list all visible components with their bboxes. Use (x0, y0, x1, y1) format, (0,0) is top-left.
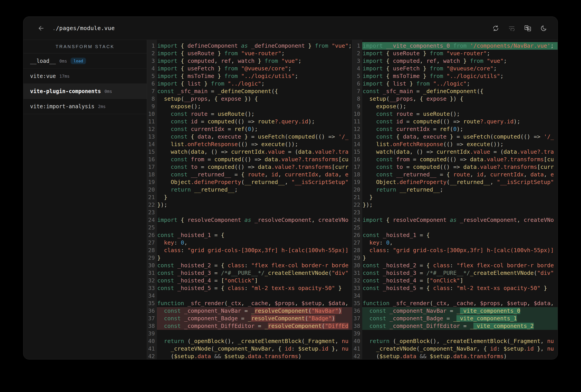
code-line: 31const _hoisted_3 = /*#__PURE__*/_creat… (147, 269, 352, 277)
diff-view-button[interactable] (524, 24, 532, 32)
main-area: TRANSFORM STACK __load__0msloadvite:vue1… (24, 40, 558, 359)
refresh-button[interactable] (492, 24, 500, 32)
line-number: 35 (147, 300, 157, 307)
line-number: 15 (352, 148, 362, 156)
code-content: const _hoisted_1 = { (362, 232, 558, 239)
code-panel-before[interactable]: 1import { defineComponent as _defineComp… (147, 40, 352, 359)
line-number: 37 (352, 315, 362, 322)
code-line: 37 const _component_Badge = __vite_compo… (352, 315, 558, 322)
line-number: 21 (352, 194, 362, 201)
sidebar-items: __load__0msloadvite:vue17msvite-plugin-c… (24, 54, 147, 114)
code-content: import { resolveComponent as _resolveCom… (157, 216, 352, 224)
code-content: const _hoisted_2 = { class: "flex flex-c… (362, 262, 558, 269)
code-line: 24import { resolveComponent as _resolveC… (147, 216, 352, 224)
line-number: 28 (352, 246, 362, 254)
code-line: 39 (352, 330, 558, 338)
line-number: 10 (147, 110, 157, 118)
sidebar-item-vite-import-analysis[interactable]: vite:import-analysis2ms (24, 99, 147, 114)
line-number: 25 (352, 224, 362, 232)
diff-word-highlight: resolveComponent("Badge") (251, 315, 335, 322)
code-content: } (157, 194, 352, 201)
line-number: 33 (147, 284, 157, 292)
refresh-icon (492, 25, 499, 32)
line-number: 2 (147, 50, 157, 57)
line-number: 33 (352, 284, 362, 292)
line-number: 12 (147, 126, 157, 133)
line-number: 34 (147, 292, 157, 300)
line-number: 25 (147, 224, 157, 232)
line-number: 41 (147, 345, 157, 352)
code-line: 40 return (_openBlock(), _createElementB… (147, 338, 352, 345)
code-content: import { msToTime } from "../logic/utils… (157, 72, 352, 80)
code-line: 27 key: 0, (147, 239, 352, 246)
line-number: 42 (147, 352, 157, 359)
line-number: 3 (352, 57, 362, 65)
code-line: 25 (147, 224, 352, 232)
line-number: 40 (352, 338, 362, 345)
code-content: }); (362, 201, 558, 209)
code-content: import __vite_components_0 from '/compon… (362, 42, 558, 50)
code-line: 1import { defineComponent as _defineComp… (147, 42, 352, 50)
line-number: 38 (147, 322, 157, 330)
code-line: 22}); (352, 201, 558, 209)
code-content: expose(); (157, 103, 352, 110)
line-number: 16 (352, 156, 362, 163)
sidebar-item-vite-plugin-components[interactable]: vite-plugin-components0ms (24, 84, 147, 99)
line-number: 35 (352, 300, 362, 307)
line-number: 14 (352, 140, 362, 148)
code-line: 14 list.onFetchResponse(() => execute())… (147, 140, 352, 148)
code-line: 41 _createVNode(_component_NavBar, { id:… (147, 345, 352, 352)
code-panel-after[interactable]: 1import __vite_components_0 from '/compo… (352, 40, 558, 359)
line-wrap-button[interactable] (508, 24, 516, 32)
line-number: 31 (147, 269, 157, 277)
code-content: list.onFetchResponse(() => execute()); (362, 140, 558, 148)
code-content: const _sfc_main = _defineComponent({ (157, 88, 352, 95)
code-content: import { useFetch } from "@vueuse/core"; (362, 65, 558, 72)
code-line: 42 ($setup.data && $setup.data.transform… (352, 352, 558, 359)
arrow-left-icon (36, 24, 44, 32)
code-line: 7const _sfc_main = _defineComponent({ (352, 88, 558, 95)
inspect-window: ./pages/module.vue (23, 16, 558, 360)
plugin-name: vite-plugin-components (30, 88, 101, 94)
line-number: 29 (352, 254, 362, 262)
code-line: 33const _hoisted_5 = { class: "ml-2 text… (352, 284, 558, 292)
code-content: const _hoisted_2 = { class: "flex flex-c… (157, 262, 352, 269)
line-number: 1 (352, 42, 362, 50)
code-content: watch(data, () => currentIdx.value = (da… (157, 148, 352, 156)
code-content: key: 0, (362, 239, 558, 246)
code-line: 15 watch(data, () => currentIdx.value = … (147, 148, 352, 156)
line-number: 6 (352, 80, 362, 88)
diff-word-highlight: _vite_components_1 (456, 315, 517, 322)
code-content: const route = useRoute(); (157, 110, 352, 118)
line-number: 36 (147, 307, 157, 315)
line-number: 22 (352, 201, 362, 209)
code-line: 16 const from = computed(() => data.valu… (352, 156, 558, 163)
line-number: 19 (147, 178, 157, 186)
code-content: import { msToTime } from "../logic/utils… (362, 72, 558, 80)
line-number: 30 (147, 262, 157, 269)
sidebar-item--load-[interactable]: __load__0msload (24, 54, 147, 68)
code-content: import { useRoute } from "vue-router"; (157, 50, 352, 57)
code-content (362, 330, 558, 338)
code-line: 21 } (352, 194, 558, 201)
sidebar-item-vite-vue[interactable]: vite:vue17ms (24, 68, 147, 84)
code-line: 35function _sfc_render(_ctx, _cache, $pr… (352, 300, 558, 307)
line-number: 20 (147, 186, 157, 194)
code-line: 23 (352, 209, 558, 216)
code-content: const currentIdx = ref(0); (362, 126, 558, 133)
code-content: } (362, 254, 558, 262)
line-number: 27 (352, 239, 362, 246)
code-content: const _hoisted_1 = { (157, 232, 352, 239)
diff-editor: 1import { defineComponent as _defineComp… (147, 40, 558, 359)
line-number: 13 (147, 133, 157, 140)
line-number: 22 (147, 201, 157, 209)
code-content (362, 224, 558, 232)
back-button[interactable] (36, 24, 45, 33)
code-line: 26const _hoisted_1 = { (147, 232, 352, 239)
code-content (362, 209, 558, 216)
code-line: 40 return (_openBlock(), _createElementB… (352, 338, 558, 345)
theme-toggle-button[interactable] (540, 24, 548, 32)
code-content: function _sfc_render(_ctx, _cache, $prop… (362, 300, 558, 307)
line-number: 38 (352, 322, 362, 330)
line-number: 39 (352, 330, 362, 338)
